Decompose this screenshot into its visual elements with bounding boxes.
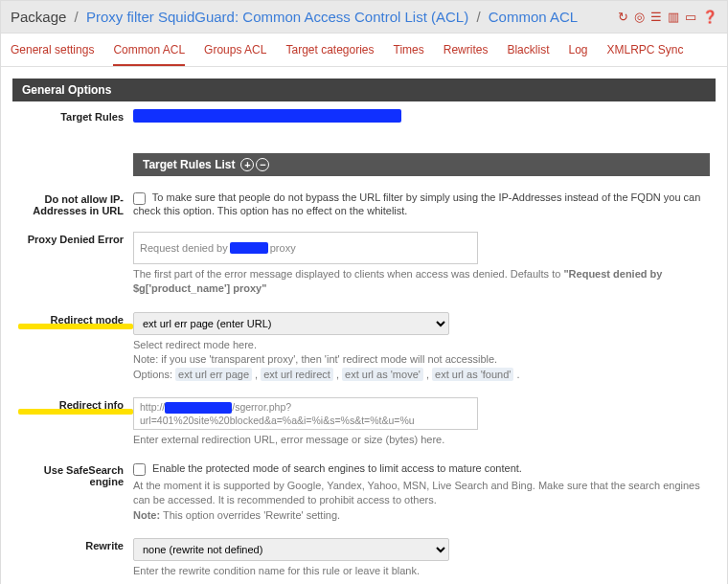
checkbox-no-ip-wrapper[interactable]: To make sure that people do not bypass t…	[133, 191, 700, 216]
tab-target-categories[interactable]: Target categories	[285, 43, 374, 66]
tab-times[interactable]: Times	[394, 43, 424, 66]
chart-icon[interactable]: ▥	[668, 10, 679, 24]
sliders-icon[interactable]: ☰	[650, 10, 662, 24]
page-root: Package / Proxy filter SquidGuard: Commo…	[0, 0, 728, 584]
label-safesearch: Use SafeSearch engine	[18, 462, 133, 487]
label-target-rules: Target Rules	[18, 109, 133, 123]
text-safesearch: Enable the protected mode of search engi…	[152, 462, 522, 474]
help-safesearch: At the moment it is supported by Google,…	[133, 479, 710, 523]
label-no-ip: Do not allow IP-Addresses in URL	[18, 191, 133, 216]
toolbar-icons: ↻ ◎ ☰ ▥ ▭ ❓	[618, 10, 717, 24]
help-redirect-info: Enter external redirection URL, error me…	[133, 433, 710, 447]
select-rewrite[interactable]: none (rewrite not defined)	[133, 538, 449, 561]
tab-log[interactable]: Log	[568, 43, 587, 66]
label-redirect-info: Redirect info	[18, 397, 133, 411]
refresh-icon[interactable]: ↻	[618, 10, 628, 24]
text-no-ip: To make sure that people do not bypass t…	[133, 191, 700, 216]
content-area: General Options Target Rules Target Rule…	[1, 67, 727, 584]
tab-xmlrpc[interactable]: XMLRPC Sync	[607, 43, 684, 66]
checkbox-safesearch[interactable]	[133, 463, 146, 476]
target-icon[interactable]: ◎	[634, 10, 645, 24]
breadcrumb-mid[interactable]: Proxy filter SquidGuard: Common Access C…	[86, 9, 468, 25]
label-proxy-denied: Proxy Denied Error	[18, 232, 133, 245]
row-redirect-info: Redirect info http:///sgerror.php?url=40…	[12, 390, 716, 455]
label-rewrite: Rewrite	[18, 538, 133, 551]
tab-general[interactable]: General settings	[11, 43, 94, 66]
select-redirect-mode[interactable]: ext url err page (enter URL)	[133, 312, 449, 335]
help-redirect-mode: Select redirect mode here. Note: if you …	[133, 338, 710, 382]
row-proxy-denied: Proxy Denied Error Request denied by pro…	[12, 224, 716, 304]
textarea-redirect-info[interactable]: http:///sgerror.php?url=401%20site%20blo…	[133, 397, 478, 430]
target-rules-list-title: Target Rules List	[143, 158, 235, 171]
minus-icon[interactable]: −	[256, 158, 269, 171]
checkbox-safesearch-wrapper[interactable]: Enable the protected mode of search engi…	[133, 462, 522, 474]
expand-collapse-icons[interactable]: + −	[240, 158, 269, 171]
row-rewrite: Rewrite none (rewrite not defined) Enter…	[12, 530, 716, 584]
target-rules-list-header[interactable]: Target Rules List + −	[133, 153, 710, 176]
textarea-proxy-denied[interactable]: Request denied by proxy	[133, 232, 478, 264]
help-proxy-denied: The first part of the error message disp…	[133, 267, 710, 297]
row-target-rules: Target Rules Target Rules List + −	[12, 101, 716, 184]
tab-rewrites[interactable]: Rewrites	[444, 43, 489, 66]
tab-common-acl[interactable]: Common ACL	[113, 43, 185, 66]
panel-title: General Options	[12, 79, 716, 101]
checkbox-no-ip[interactable]	[133, 192, 146, 205]
plus-icon[interactable]: +	[240, 158, 254, 171]
row-redirect-mode: Redirect mode ext url err page (enter UR…	[12, 304, 716, 390]
breadcrumb-leaf[interactable]: Common ACL	[489, 9, 578, 25]
help-rewrite: Enter the rewrite condition name for thi…	[133, 564, 710, 578]
tabs: General settings Common ACL Groups ACL T…	[1, 34, 727, 67]
target-rules-redacted	[133, 109, 710, 124]
breadcrumb-path: Package / Proxy filter SquidGuard: Commo…	[11, 9, 578, 25]
tab-blacklist[interactable]: Blacklist	[507, 43, 549, 66]
row-no-ip: Do not allow IP-Addresses in URL To make…	[12, 184, 716, 224]
row-safesearch: Use SafeSearch engine Enable the protect…	[12, 455, 716, 530]
breadcrumb-root: Package	[11, 9, 66, 25]
help-icon[interactable]: ❓	[702, 10, 717, 24]
label-redirect-mode: Redirect mode	[18, 312, 133, 326]
breadcrumb: Package / Proxy filter SquidGuard: Commo…	[1, 1, 727, 34]
tab-groups-acl[interactable]: Groups ACL	[204, 43, 266, 66]
card-icon[interactable]: ▭	[685, 10, 696, 24]
